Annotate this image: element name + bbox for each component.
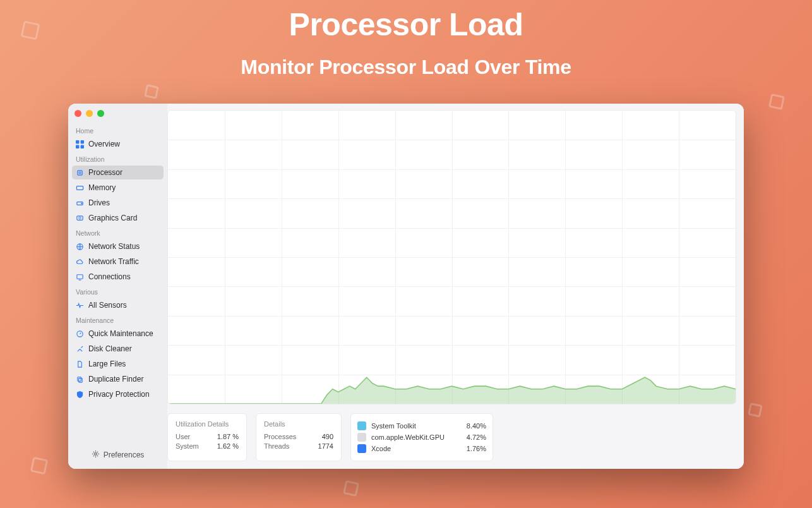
sidebar-item-sensors[interactable]: All Sensors bbox=[72, 298, 164, 312]
drive-icon bbox=[76, 199, 84, 207]
main-content: Utilization Details User1.87 % System1.6… bbox=[167, 104, 744, 469]
gauge-icon bbox=[76, 330, 84, 338]
sidebar-item-large-files[interactable]: Large Files bbox=[72, 357, 164, 371]
sidebar-item-connections[interactable]: Connections bbox=[72, 270, 164, 284]
process-row[interactable]: Xcode1.76% bbox=[357, 444, 486, 453]
svg-point-10 bbox=[79, 217, 81, 219]
sidebar-item-disk-cleaner[interactable]: Disk Cleaner bbox=[72, 342, 164, 356]
sidebar-item-label: Disk Cleaner bbox=[88, 344, 132, 353]
section-utilization-label: Utilization bbox=[72, 152, 164, 165]
user-label: User bbox=[176, 433, 190, 440]
app-window: Home Overview Utilization Processor Memo… bbox=[68, 104, 744, 469]
svg-rect-4 bbox=[78, 170, 82, 174]
sidebar-item-network-status[interactable]: Network Status bbox=[72, 239, 164, 253]
sidebar-item-memory[interactable]: Memory bbox=[72, 181, 164, 195]
bottom-panels: Utilization Details User1.87 % System1.6… bbox=[167, 413, 736, 461]
svg-rect-0 bbox=[76, 140, 79, 143]
process-name: Xcode bbox=[371, 445, 462, 452]
sidebar-item-privacy[interactable]: Privacy Protection bbox=[72, 387, 164, 401]
sidebar-item-label: Processor bbox=[88, 168, 122, 177]
svg-rect-5 bbox=[79, 172, 81, 174]
svg-rect-9 bbox=[77, 215, 83, 220]
process-row[interactable]: com.apple.WebKit.GPU4.72% bbox=[357, 433, 486, 442]
svg-rect-6 bbox=[76, 186, 83, 190]
svg-point-8 bbox=[81, 203, 82, 203]
process-row[interactable]: System Toolkit8.40% bbox=[357, 421, 486, 430]
system-label: System bbox=[176, 442, 199, 450]
threads-label: Threads bbox=[264, 442, 289, 450]
cloud-icon bbox=[76, 258, 84, 266]
svg-rect-12 bbox=[77, 274, 83, 279]
bg-decor bbox=[768, 94, 785, 110]
bg-decor bbox=[343, 480, 359, 497]
section-various-label: Various bbox=[72, 284, 164, 298]
window-controls bbox=[72, 109, 164, 123]
sidebar-item-label: Large Files bbox=[88, 360, 126, 368]
process-name: com.apple.WebKit.GPU bbox=[371, 433, 462, 441]
sidebar-item-label: Network Status bbox=[88, 242, 140, 251]
sidebar-item-label: Connections bbox=[88, 272, 131, 281]
app-icon bbox=[357, 433, 366, 442]
gpu-icon bbox=[76, 214, 84, 222]
chart-area bbox=[168, 111, 736, 404]
processes-label: Processes bbox=[264, 433, 296, 440]
processes-value: 490 bbox=[322, 433, 333, 440]
page-title: Processor Load bbox=[0, 0, 812, 43]
monitor-icon bbox=[76, 273, 84, 281]
copy-icon bbox=[76, 375, 84, 384]
svg-point-16 bbox=[94, 453, 97, 456]
sidebar-item-label: Graphics Card bbox=[88, 214, 137, 222]
memory-icon bbox=[76, 184, 84, 192]
sidebar-item-gpu[interactable]: Graphics Card bbox=[72, 211, 164, 225]
utilization-details-panel: Utilization Details User1.87 % System1.6… bbox=[167, 413, 247, 461]
section-home-label: Home bbox=[72, 123, 164, 136]
panel-title: Utilization Details bbox=[176, 420, 239, 428]
maximize-button[interactable] bbox=[97, 110, 104, 117]
process-name: System Toolkit bbox=[371, 422, 462, 430]
sidebar-item-label: Drives bbox=[88, 198, 110, 207]
sidebar-item-network-traffic[interactable]: Network Traffic bbox=[72, 255, 164, 269]
svg-rect-15 bbox=[79, 378, 83, 382]
top-processes-panel: System Toolkit8.40%com.apple.WebKit.GPU4… bbox=[350, 413, 493, 461]
sidebar-item-label: Memory bbox=[88, 183, 116, 192]
sidebar-item-overview[interactable]: Overview bbox=[72, 137, 164, 151]
file-icon bbox=[76, 360, 84, 368]
system-value: 1.62 % bbox=[217, 442, 239, 450]
page-subtitle: Monitor Processor Load Over Time bbox=[0, 56, 812, 79]
close-button[interactable] bbox=[75, 110, 81, 117]
svg-rect-1 bbox=[81, 140, 84, 143]
sidebar-item-label: Overview bbox=[88, 140, 120, 148]
svg-rect-14 bbox=[78, 377, 81, 381]
section-network-label: Network bbox=[72, 226, 164, 239]
sidebar-item-duplicate-finder[interactable]: Duplicate Finder bbox=[72, 372, 164, 386]
sidebar-item-drives[interactable]: Drives bbox=[72, 196, 164, 210]
panel-title: Details bbox=[264, 420, 333, 428]
globe-icon bbox=[76, 243, 84, 251]
bg-decor bbox=[21, 21, 40, 40]
gear-icon bbox=[92, 450, 100, 460]
app-icon bbox=[357, 421, 366, 430]
shield-icon bbox=[76, 390, 84, 399]
bg-decor bbox=[144, 84, 159, 99]
preferences-label: Preferences bbox=[104, 451, 145, 459]
sidebar-item-label: Duplicate Finder bbox=[88, 375, 143, 384]
threads-value: 1774 bbox=[318, 442, 333, 450]
user-value: 1.87 % bbox=[217, 433, 239, 440]
minimize-button[interactable] bbox=[86, 110, 93, 117]
details-panel: Details Processes490 Threads1774 bbox=[256, 413, 342, 461]
svg-rect-3 bbox=[81, 145, 84, 148]
grid-icon bbox=[76, 140, 84, 148]
pulse-icon bbox=[76, 301, 84, 310]
sidebar-item-label: Quick Maintenance bbox=[88, 329, 153, 338]
preferences-button[interactable]: Preferences bbox=[72, 446, 164, 464]
bg-decor bbox=[30, 457, 48, 475]
sidebar-item-quick-maintenance[interactable]: Quick Maintenance bbox=[72, 327, 164, 341]
section-maintenance-label: Maintenance bbox=[72, 313, 164, 326]
broom-icon bbox=[76, 345, 84, 353]
sidebar-item-processor[interactable]: Processor bbox=[72, 166, 164, 179]
process-pct: 8.40% bbox=[467, 422, 486, 430]
cpu-icon bbox=[76, 169, 84, 177]
sidebar-item-label: All Sensors bbox=[88, 301, 127, 310]
svg-rect-2 bbox=[76, 145, 79, 148]
sidebar-item-label: Network Traffic bbox=[88, 257, 139, 266]
